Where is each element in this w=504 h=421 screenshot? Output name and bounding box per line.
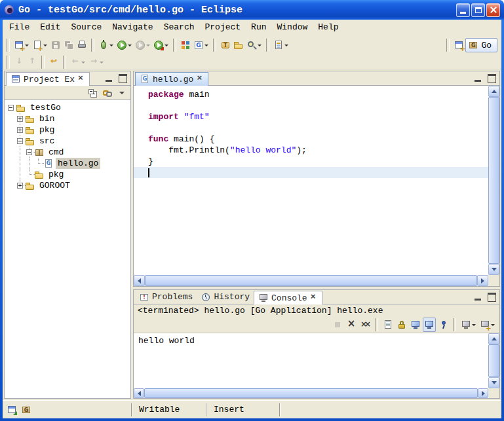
scroll-thumb[interactable] bbox=[144, 388, 478, 398]
collapse-all-button[interactable] bbox=[87, 86, 100, 100]
open-resource-button[interactable] bbox=[232, 38, 245, 52]
open-console-button[interactable] bbox=[478, 318, 497, 332]
scroll-track[interactable] bbox=[144, 388, 478, 398]
display-console-button[interactable] bbox=[459, 318, 478, 332]
dropdown-arrow-icon[interactable] bbox=[43, 40, 48, 50]
fast-view-icon[interactable] bbox=[7, 405, 17, 415]
minimize-button[interactable] bbox=[456, 3, 470, 17]
tree-handle[interactable] bbox=[16, 124, 25, 136]
code-line[interactable]: package main bbox=[134, 89, 488, 100]
minimize-view-button[interactable] bbox=[473, 73, 484, 83]
search-button[interactable] bbox=[245, 38, 263, 52]
scroll-right-icon[interactable] bbox=[478, 388, 488, 398]
close-button[interactable] bbox=[486, 3, 500, 17]
close-tab-icon[interactable] bbox=[196, 75, 204, 84]
dropdown-arrow-icon[interactable] bbox=[471, 320, 476, 330]
tree-expander-minus-icon[interactable] bbox=[8, 105, 14, 111]
annotations-button[interactable] bbox=[272, 38, 290, 52]
tab-console[interactable]: Console bbox=[254, 291, 322, 304]
tab-project-explorer[interactable]: Project Ex bbox=[6, 72, 90, 86]
menu-navigate[interactable]: Navigate bbox=[107, 20, 158, 35]
scroll-thumb[interactable] bbox=[488, 344, 499, 377]
dropdown-arrow-icon[interactable] bbox=[204, 40, 209, 50]
editor-content[interactable]: package mainimport "fmt"func main() { fm… bbox=[134, 86, 499, 286]
tree-item-hello-go[interactable]: hello.go bbox=[5, 158, 130, 169]
tree-item-goroot[interactable]: GOROOT bbox=[5, 180, 130, 191]
code-line[interactable] bbox=[134, 122, 488, 134]
code-line[interactable]: func main() { bbox=[134, 134, 488, 145]
scroll-left-icon[interactable] bbox=[134, 275, 145, 286]
clear-console-button[interactable] bbox=[381, 318, 395, 332]
tree-item-src[interactable]: src bbox=[5, 136, 130, 147]
editor-horizontal-scrollbar[interactable] bbox=[134, 275, 488, 286]
tree-item-cmd[interactable]: cmd bbox=[5, 147, 130, 158]
tree-item-testgo[interactable]: testGo bbox=[5, 102, 130, 113]
console-vertical-scrollbar[interactable] bbox=[488, 333, 499, 388]
tab-hello-go[interactable]: hello.go bbox=[135, 72, 208, 86]
tree-expander-plus-icon[interactable] bbox=[17, 116, 23, 122]
open-type-button[interactable] bbox=[219, 38, 232, 52]
scroll-lock-button[interactable] bbox=[395, 318, 408, 332]
tree-handle[interactable] bbox=[25, 147, 34, 158]
new-wizard-button[interactable] bbox=[12, 38, 31, 52]
dropdown-arrow-icon[interactable] bbox=[490, 320, 495, 330]
scroll-left-icon[interactable] bbox=[134, 388, 144, 398]
titlebar[interactable]: Go - testGo/src/cmd/hello.go - Eclipse bbox=[0, 0, 504, 20]
tree-expander-plus-icon[interactable] bbox=[17, 127, 23, 133]
dropdown-arrow-icon[interactable] bbox=[164, 40, 169, 50]
tree-item-pkg[interactable]: pkg bbox=[5, 169, 130, 180]
new-go-element-button[interactable] bbox=[31, 38, 49, 52]
dropdown-arrow-icon[interactable] bbox=[109, 40, 114, 50]
menu-edit[interactable]: Edit bbox=[35, 20, 66, 35]
minimize-view-button[interactable] bbox=[473, 292, 484, 302]
scroll-down-icon[interactable] bbox=[488, 377, 499, 388]
code-area[interactable]: package mainimport "fmt"func main() { fm… bbox=[134, 86, 488, 275]
print-button[interactable] bbox=[75, 38, 88, 52]
code-line[interactable] bbox=[134, 167, 488, 178]
scroll-thumb[interactable] bbox=[145, 275, 477, 286]
menu-file[interactable]: File bbox=[4, 20, 35, 35]
scroll-down-icon[interactable] bbox=[488, 264, 499, 275]
tree-item-pkg[interactable]: pkg bbox=[5, 124, 130, 136]
last-edit-location-button[interactable] bbox=[47, 55, 60, 69]
tab-history[interactable]: History bbox=[197, 290, 254, 304]
show-stderr-button[interactable] bbox=[423, 318, 436, 332]
link-with-editor-button[interactable] bbox=[101, 86, 114, 100]
dropdown-arrow-icon[interactable] bbox=[99, 57, 104, 67]
close-tab-icon[interactable] bbox=[310, 293, 318, 302]
tree-handle[interactable] bbox=[16, 113, 25, 124]
console-horizontal-scrollbar[interactable] bbox=[134, 388, 488, 398]
editor-vertical-scrollbar[interactable] bbox=[488, 86, 499, 275]
tree-expander-plus-icon[interactable] bbox=[17, 183, 23, 189]
maximize-view-button[interactable] bbox=[486, 73, 497, 83]
debug-button[interactable] bbox=[97, 38, 115, 52]
console-output-area[interactable]: hello world bbox=[134, 333, 499, 398]
show-stdout-button[interactable] bbox=[409, 318, 422, 332]
go-trim-icon[interactable] bbox=[21, 405, 31, 415]
tree-item-bin[interactable]: bin bbox=[5, 113, 130, 124]
code-line[interactable]: } bbox=[134, 156, 488, 167]
menu-help[interactable]: Help bbox=[313, 20, 343, 35]
tab-problems[interactable]: Problems bbox=[135, 290, 197, 304]
external-tools-button[interactable] bbox=[152, 38, 170, 52]
dropdown-arrow-icon[interactable] bbox=[24, 40, 29, 50]
dropdown-arrow-icon[interactable] bbox=[145, 40, 151, 50]
scroll-thumb[interactable] bbox=[488, 97, 499, 264]
remove-all-terminated-button[interactable] bbox=[359, 318, 372, 332]
maximize-button[interactable] bbox=[471, 3, 485, 17]
tree-expander-minus-icon[interactable] bbox=[17, 138, 23, 144]
maximize-view-button[interactable] bbox=[117, 73, 128, 83]
tree-handle[interactable] bbox=[7, 102, 16, 113]
code-line[interactable] bbox=[134, 100, 488, 111]
go-perspective-button[interactable]: Go bbox=[465, 38, 497, 52]
go-tools-button[interactable] bbox=[192, 38, 210, 52]
open-perspective-button[interactable] bbox=[452, 38, 465, 52]
scroll-track[interactable] bbox=[488, 97, 499, 264]
dropdown-arrow-icon[interactable] bbox=[127, 40, 132, 50]
menu-project[interactable]: Project bbox=[199, 20, 246, 35]
tree-expander-minus-icon[interactable] bbox=[26, 149, 32, 155]
maximize-view-button[interactable] bbox=[486, 292, 497, 302]
dropdown-arrow-icon[interactable] bbox=[81, 57, 86, 67]
remove-launch-button[interactable] bbox=[345, 318, 358, 332]
menu-window[interactable]: Window bbox=[272, 20, 313, 35]
